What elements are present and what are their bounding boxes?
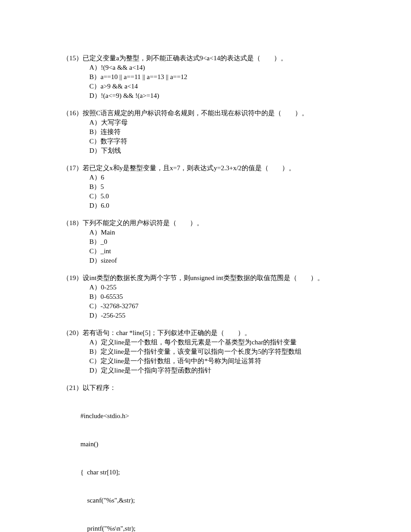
option-b: B）连接符 [89, 127, 348, 137]
option-d: D）!(a<=9) && !(a>=14) [89, 91, 348, 101]
question-number: （16） [63, 109, 83, 118]
option-a: A）!(9<a && a<14) [89, 63, 348, 72]
question-number: （15） [63, 54, 83, 63]
question-15: （15） 已定义变量a为整型，则不能正确表达式9<a<14的表达式是（ ）。 A… [63, 54, 348, 101]
options: A）6 B）5 C）5.0 D）6.0 [63, 173, 348, 210]
code-line: scanf("%s",&str); [80, 496, 348, 505]
options: A）Main B）_0 C）_int D）sizeof [63, 228, 348, 265]
question-20: （20） 若有语句：char *line[5]；下列叙述中正确的是（ ）。 A）… [63, 328, 348, 375]
question-stem: （20） 若有语句：char *line[5]；下列叙述中正确的是（ ）。 [63, 328, 348, 338]
option-c: C）5.0 [89, 192, 348, 201]
option-c: C）定义line是一个指针数组，语句中的*号称为间址运算符 [89, 356, 348, 366]
question-16: （16） 按照C语言规定的用户标识符命名规则，不能出现在标识符中的是（ ）。 A… [63, 109, 348, 155]
question-stem: （17） 若已定义x和y是整型变量，且x=7，则表达式y=2.3+x/2的值是（… [63, 163, 348, 173]
option-c: C）_int [89, 247, 348, 256]
question-text: 若已定义x和y是整型变量，且x=7，则表达式y=2.3+x/2的值是（ ）。 [83, 163, 348, 173]
question-stem: （15） 已定义变量a为整型，则不能正确表达式9<a<14的表达式是（ ）。 [63, 54, 348, 63]
question-text: 若有语句：char *line[5]；下列叙述中正确的是（ ）。 [83, 328, 348, 338]
options: A）定义line是一个数组，每个数组元素是一个基类型为char的指针变量 B）定… [63, 338, 348, 375]
code-line: { char str[10]; [80, 468, 348, 477]
question-number: （18） [63, 218, 83, 228]
option-b: B）5 [89, 182, 348, 192]
option-a: A）Main [89, 228, 348, 237]
options: A）大写字母 B）连接符 C）数字字符 D）下划线 [63, 118, 348, 155]
question-21: （21） 以下程序： #include<stdio.h> main() { ch… [63, 383, 348, 532]
code-block: #include<stdio.h> main() { char str[10];… [63, 393, 348, 532]
option-c: C）数字字符 [89, 137, 348, 146]
question-text: 下列不能定义的用户标识符是（ ）。 [83, 218, 348, 228]
question-18: （18） 下列不能定义的用户标识符是（ ）。 A）Main B）_0 C）_in… [63, 218, 348, 265]
code-line: printf("%s\n",str); [80, 524, 348, 532]
option-c: C）-32768-32767 [89, 302, 348, 311]
option-a: A）0-255 [89, 283, 348, 292]
option-b: B）_0 [89, 237, 348, 247]
option-b: B）定义line是一个指针变量，该变量可以指向一个长度为5的字符型数组 [89, 347, 348, 356]
question-text: 已定义变量a为整型，则不能正确表达式9<a<14的表达式是（ ）。 [83, 54, 348, 63]
question-17: （17） 若已定义x和y是整型变量，且x=7，则表达式y=2.3+x/2的值是（… [63, 163, 348, 210]
option-a: A）大写字母 [89, 118, 348, 127]
option-b: B）a==10 || a==11 || a==13 || a==12 [89, 72, 348, 82]
option-d: D）6.0 [89, 201, 348, 210]
option-d: D）sizeof [89, 256, 348, 265]
option-a: A）6 [89, 173, 348, 182]
page: （15） 已定义变量a为整型，则不能正确表达式9<a<14的表达式是（ ）。 A… [0, 0, 411, 532]
question-number: （21） [63, 383, 83, 393]
option-d: D）定义line是一个指向字符型函数的指针 [89, 366, 348, 375]
question-number: （20） [63, 328, 83, 338]
options: A）!(9<a && a<14) B）a==10 || a==11 || a==… [63, 63, 348, 101]
option-b: B）0-65535 [89, 292, 348, 302]
question-stem: （18） 下列不能定义的用户标识符是（ ）。 [63, 218, 348, 228]
option-d: D）下划线 [89, 146, 348, 155]
code-line: #include<stdio.h> [80, 411, 348, 421]
question-text: 以下程序： [83, 383, 348, 393]
question-stem: （16） 按照C语言规定的用户标识符命名规则，不能出现在标识符中的是（ ）。 [63, 109, 348, 118]
question-text: 设int类型的数据长度为两个字节，则unsigned int类型数据的取值范围是… [83, 273, 348, 283]
question-number: （19） [63, 273, 83, 283]
question-19: （19） 设int类型的数据长度为两个字节，则unsigned int类型数据的… [63, 273, 348, 320]
question-text: 按照C语言规定的用户标识符命名规则，不能出现在标识符中的是（ ）。 [83, 109, 348, 118]
option-a: A）定义line是一个数组，每个数组元素是一个基类型为char的指针变量 [89, 338, 348, 347]
question-stem: （21） 以下程序： [63, 383, 348, 393]
option-c: C）a>9 && a<14 [89, 82, 348, 91]
option-d: D）-256-255 [89, 311, 348, 320]
question-number: （17） [63, 163, 83, 173]
code-line: main() [80, 440, 348, 449]
question-stem: （19） 设int类型的数据长度为两个字节，则unsigned int类型数据的… [63, 273, 348, 283]
options: A）0-255 B）0-65535 C）-32768-32767 D）-256-… [63, 283, 348, 320]
